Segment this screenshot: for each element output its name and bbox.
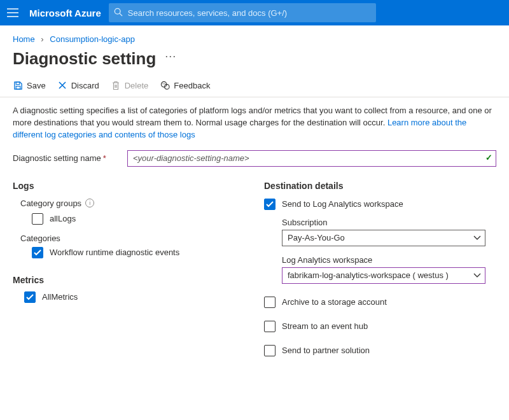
feedback-icon xyxy=(160,80,170,90)
setting-name-label: Diagnostic setting name* xyxy=(13,153,121,163)
setting-name-row: Diagnostic setting name* ✓ xyxy=(0,144,509,178)
categories-label: Categories xyxy=(13,234,245,243)
svg-point-6 xyxy=(162,83,164,84)
setting-name-input[interactable] xyxy=(127,150,496,167)
subscription-select[interactable]: Pay-As-You-Go xyxy=(282,230,485,246)
alllogs-checkbox[interactable] xyxy=(32,213,43,225)
subscription-label: Subscription xyxy=(282,218,496,227)
command-bar: Save Discard Delete Feedback xyxy=(0,78,509,97)
more-actions-button[interactable]: ··· xyxy=(165,50,176,63)
hamburger-icon[interactable] xyxy=(4,4,22,22)
svg-rect-3 xyxy=(16,86,20,89)
save-label: Save xyxy=(27,81,46,90)
partner-solution-checkbox[interactable] xyxy=(264,345,275,356)
save-button[interactable]: Save xyxy=(13,80,46,90)
chevron-right-icon: › xyxy=(41,34,43,44)
breadcrumb-resource[interactable]: Consumption-logic-app xyxy=(50,34,135,44)
info-icon[interactable]: i xyxy=(85,199,94,207)
page-title: Diagnostic setting xyxy=(13,49,156,69)
category-groups-label: Category groups i xyxy=(13,199,245,208)
allmetrics-label: AllMetrics xyxy=(42,292,78,302)
brand-label: Microsoft Azure xyxy=(29,8,101,18)
delete-label: Delete xyxy=(125,81,149,90)
destinations-column: Destination details Send to Log Analytic… xyxy=(264,178,496,369)
chevron-down-icon xyxy=(473,270,481,280)
archive-storage-checkbox[interactable] xyxy=(264,297,275,308)
top-bar: Microsoft Azure xyxy=(0,0,509,25)
subscription-value: Pay-As-You-Go xyxy=(288,233,345,242)
description: A diagnostic setting specifies a list of… xyxy=(0,97,509,144)
archive-storage-label: Archive to a storage account xyxy=(282,297,387,307)
global-search[interactable] xyxy=(109,3,376,22)
logs-heading: Logs xyxy=(13,181,245,191)
search-input[interactable] xyxy=(128,8,371,18)
stream-eventhub-label: Stream to an event hub xyxy=(282,321,368,331)
svg-point-7 xyxy=(164,83,165,84)
breadcrumb: Home › Consumption-logic-app xyxy=(0,25,509,45)
stream-eventhub-checkbox[interactable] xyxy=(264,321,275,332)
workspace-label: Log Analytics workspace xyxy=(282,255,496,265)
discard-label: Discard xyxy=(71,81,99,90)
metrics-heading: Metrics xyxy=(13,275,245,285)
alllogs-label: allLogs xyxy=(50,214,76,223)
close-icon xyxy=(57,80,67,90)
workspace-select[interactable]: fabrikam-log-analytics-workspace ( westu… xyxy=(282,267,485,284)
required-indicator: * xyxy=(103,153,106,163)
check-icon: ✓ xyxy=(485,153,492,162)
breadcrumb-home[interactable]: Home xyxy=(13,34,35,44)
discard-button[interactable]: Discard xyxy=(57,80,99,90)
svg-rect-2 xyxy=(16,81,20,84)
chevron-down-icon xyxy=(473,233,481,242)
save-icon xyxy=(13,80,23,90)
workflow-events-checkbox[interactable] xyxy=(32,247,43,258)
title-row: Diagnostic setting ··· xyxy=(0,45,509,78)
workspace-value: fabrikam-log-analytics-workspace ( westu… xyxy=(288,270,449,280)
send-log-analytics-label: Send to Log Analytics workspace xyxy=(282,199,403,209)
feedback-button[interactable]: Feedback xyxy=(160,80,210,90)
search-icon xyxy=(114,8,123,18)
workflow-events-label: Workflow runtime diagnostic events xyxy=(50,248,179,257)
svg-point-0 xyxy=(115,8,120,14)
trash-icon xyxy=(111,80,121,90)
partner-solution-label: Send to partner solution xyxy=(282,346,370,355)
delete-button: Delete xyxy=(111,80,149,90)
destinations-heading: Destination details xyxy=(264,181,496,191)
feedback-label: Feedback xyxy=(174,81,210,90)
send-log-analytics-checkbox[interactable] xyxy=(264,199,275,210)
logs-column: Logs Category groups i allLogs Categorie… xyxy=(13,178,245,369)
allmetrics-checkbox[interactable] xyxy=(24,291,36,303)
svg-line-1 xyxy=(120,13,122,16)
